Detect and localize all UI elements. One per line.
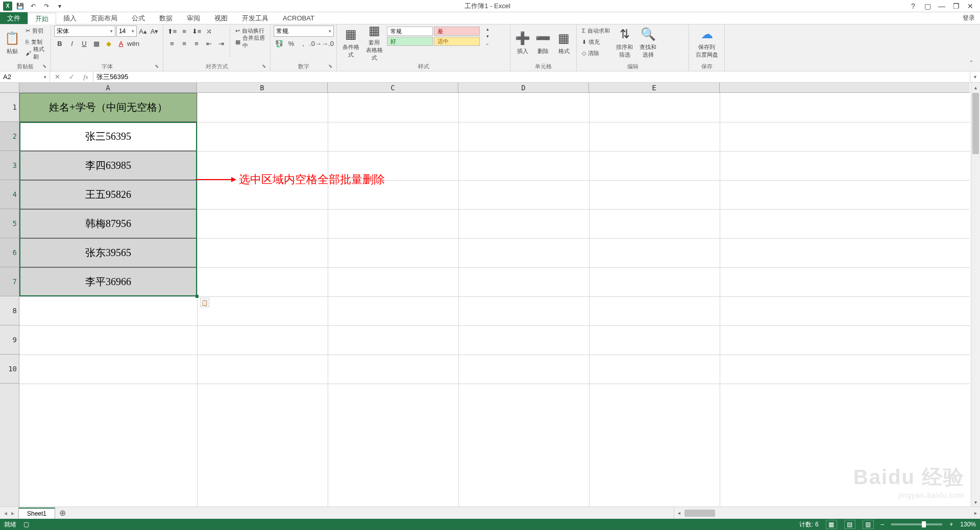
- styles-scroll-down[interactable]: ▾: [482, 33, 493, 40]
- fill-button[interactable]: ⬇填充: [580, 37, 612, 47]
- font-size-combo[interactable]: 14▾: [116, 26, 137, 37]
- cancel-formula-button[interactable]: ✕: [50, 73, 64, 81]
- row-header-5[interactable]: 5: [0, 209, 19, 238]
- help-button[interactable]: ?: [906, 1, 920, 11]
- phonetic-button[interactable]: wén: [128, 38, 139, 49]
- number-format-combo[interactable]: 常规▾: [274, 26, 334, 37]
- merge-center-button[interactable]: ▦合并后居中: [233, 37, 267, 47]
- bold-button[interactable]: B: [54, 38, 65, 49]
- dec-decimal-button[interactable]: →.0: [322, 38, 333, 49]
- horizontal-scrollbar[interactable]: ◂ ▸: [674, 507, 980, 519]
- tab-view[interactable]: 视图: [207, 12, 235, 24]
- cell-a7[interactable]: 李平36966: [19, 267, 197, 296]
- row-header-7[interactable]: 7: [0, 267, 19, 296]
- comma-button[interactable]: ,: [298, 38, 309, 49]
- tab-layout[interactable]: 页面布局: [84, 12, 125, 24]
- underline-button[interactable]: U: [79, 38, 90, 49]
- format-cells-button[interactable]: ▦格式: [555, 26, 573, 59]
- italic-button[interactable]: I: [66, 38, 78, 49]
- macro-record-icon[interactable]: ▢: [23, 521, 29, 528]
- new-sheet-button[interactable]: ⊕: [55, 507, 69, 519]
- view-layout-button[interactable]: ▤: [844, 520, 855, 529]
- style-normal[interactable]: 常规: [387, 27, 433, 36]
- col-header-c[interactable]: C: [328, 83, 458, 92]
- login-link[interactable]: 登录: [958, 12, 980, 24]
- tab-acrobat[interactable]: ACROBAT: [276, 12, 322, 24]
- styles-scroll-up[interactable]: ▴: [482, 26, 493, 33]
- tab-home[interactable]: 开始: [28, 13, 56, 24]
- clipboard-launcher[interactable]: ⬊: [42, 63, 46, 69]
- row-header-6[interactable]: 6: [0, 238, 19, 267]
- col-header-b[interactable]: B: [197, 83, 328, 92]
- align-middle-button[interactable]: ≡: [179, 26, 190, 37]
- align-center-button[interactable]: ≡: [179, 38, 190, 49]
- row-header-10[interactable]: 10: [0, 355, 19, 384]
- delete-cells-button[interactable]: ➖删除: [534, 26, 552, 59]
- vertical-scrollbar[interactable]: ▴ ▾: [971, 83, 980, 507]
- redo-qat-button[interactable]: ↷: [41, 1, 52, 11]
- col-header-e[interactable]: E: [589, 83, 720, 92]
- percent-button[interactable]: %: [286, 38, 297, 49]
- tab-formulas[interactable]: 公式: [125, 12, 152, 24]
- scroll-up-button[interactable]: ▴: [971, 83, 980, 92]
- sheet-tab-sheet1[interactable]: Sheet1: [18, 508, 55, 519]
- row-header-2[interactable]: 2: [0, 122, 19, 151]
- accounting-button[interactable]: 💱: [274, 38, 285, 49]
- ribbon-options-button[interactable]: ▢: [921, 1, 934, 11]
- grow-font-button[interactable]: A▴: [138, 26, 149, 37]
- clear-button[interactable]: ◇清除: [580, 48, 612, 58]
- select-all-corner[interactable]: [0, 83, 19, 93]
- number-launcher[interactable]: ⬊: [328, 63, 332, 69]
- style-neutral[interactable]: 适中: [434, 37, 480, 46]
- find-select-button[interactable]: 🔍查找和选择: [638, 26, 659, 59]
- vscroll-thumb[interactable]: [972, 93, 979, 154]
- view-normal-button[interactable]: ▦: [826, 520, 837, 529]
- tab-insert[interactable]: 插入: [56, 12, 84, 24]
- align-right-button[interactable]: ≡: [191, 38, 202, 49]
- tab-review[interactable]: 审阅: [180, 12, 207, 24]
- conditional-format-button[interactable]: ▦条件格式: [340, 26, 361, 59]
- format-as-table-button[interactable]: ▦套用 表格格式: [363, 26, 385, 59]
- col-header-d[interactable]: D: [458, 83, 589, 92]
- row-header-1[interactable]: 1: [0, 93, 19, 122]
- autosum-button[interactable]: Σ自动求和: [580, 26, 612, 36]
- zoom-out-button[interactable]: –: [881, 521, 885, 528]
- cell-a3[interactable]: 李四63985: [19, 151, 197, 180]
- font-name-combo[interactable]: 宋体▾: [54, 26, 115, 37]
- sort-filter-button[interactable]: ⇅排序和筛选: [614, 26, 635, 59]
- save-cloud-button[interactable]: ☁保存到 百度网盘: [692, 26, 721, 59]
- font-color-button[interactable]: A: [115, 38, 127, 49]
- tab-developer[interactable]: 开发工具: [235, 12, 276, 24]
- row-header-3[interactable]: 3: [0, 151, 19, 180]
- cell-a6[interactable]: 张东39565: [19, 238, 197, 267]
- name-box[interactable]: A2▾: [0, 71, 50, 82]
- align-bottom-button[interactable]: ⬇≡: [191, 26, 202, 37]
- fx-button[interactable]: fx: [79, 73, 93, 81]
- cell-a5[interactable]: 韩梅87956: [19, 209, 197, 238]
- tab-file[interactable]: 文件: [0, 12, 28, 24]
- enter-formula-button[interactable]: ✓: [64, 73, 79, 81]
- row-header-8[interactable]: 8: [0, 296, 19, 325]
- col-header-a[interactable]: A: [19, 83, 197, 92]
- orientation-button[interactable]: ⤭: [203, 26, 214, 37]
- qat-customize-button[interactable]: ▾: [54, 1, 65, 11]
- cut-button[interactable]: ✂剪切: [23, 26, 47, 36]
- scroll-left-button[interactable]: ◂: [674, 510, 683, 516]
- paste-options-icon[interactable]: 📋: [200, 298, 209, 307]
- view-pagebreak-button[interactable]: ▥: [863, 520, 874, 529]
- expand-formula-bar[interactable]: ▾: [970, 71, 980, 82]
- restore-button[interactable]: ❐: [949, 1, 963, 11]
- border-button[interactable]: ▦: [91, 38, 102, 49]
- save-qat-button[interactable]: 💾: [14, 1, 26, 11]
- inc-indent-button[interactable]: ⇥: [215, 38, 227, 49]
- cell-a2[interactable]: 张三56395: [19, 122, 197, 151]
- row-header-9[interactable]: 9: [0, 325, 19, 355]
- zoom-level[interactable]: 130%: [960, 521, 976, 528]
- paste-button[interactable]: 📋 粘贴: [3, 26, 21, 59]
- row-header-4[interactable]: 4: [0, 180, 19, 209]
- tab-data[interactable]: 数据: [152, 12, 180, 24]
- format-painter-button[interactable]: 🖌格式刷: [23, 48, 47, 58]
- close-button[interactable]: ✕: [964, 1, 977, 11]
- align-launcher[interactable]: ⬊: [262, 63, 266, 69]
- font-launcher[interactable]: ⬊: [155, 63, 159, 69]
